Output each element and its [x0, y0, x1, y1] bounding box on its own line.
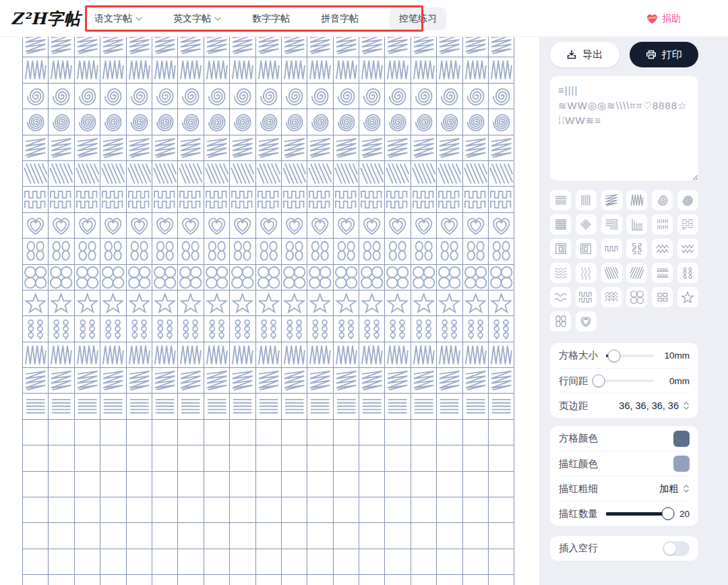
pattern-chevup-button[interactable]: [652, 239, 673, 259]
pattern-loopsv-button[interactable]: [677, 263, 698, 283]
export-button[interactable]: 导出: [550, 42, 619, 67]
pattern-vdashes-button[interactable]: [652, 214, 673, 235]
sheet-cell: [23, 161, 49, 187]
pattern-loopsh-button[interactable]: [652, 263, 673, 283]
insert-blank-toggle[interactable]: [663, 541, 690, 556]
sheet-cell: [127, 420, 152, 445]
pattern-zigzagv-button[interactable]: [626, 190, 647, 210]
pattern-diagfw-button[interactable]: [626, 263, 647, 283]
sheet-cell: [489, 472, 514, 497]
pattern-hwaves-button[interactable]: [550, 263, 571, 283]
cell-size-slider[interactable]: [606, 355, 655, 357]
nav-item-0[interactable]: 语文字帖: [94, 13, 142, 25]
pattern-sqspiral2-icon: [578, 241, 593, 256]
print-button[interactable]: 打印: [630, 42, 699, 67]
trace-color-swatch[interactable]: [673, 456, 690, 472]
pattern-sqspiral2-button[interactable]: [576, 239, 597, 259]
sheet-cell: [359, 37, 385, 57]
sheet-cell: [178, 290, 204, 316]
grid-color-swatch[interactable]: [673, 431, 690, 447]
pattern-sequence-input[interactable]: [550, 76, 698, 181]
sheet-cell: [334, 575, 359, 585]
sheet-cell: [23, 445, 49, 471]
sheet-cell: [437, 135, 462, 161]
pattern-star-icon: [680, 290, 695, 305]
page-margin-stepper[interactable]: [683, 401, 690, 410]
pattern-circles4-button[interactable]: [626, 287, 647, 307]
sheet-cell: [334, 187, 359, 212]
pattern-meander2-button[interactable]: [576, 287, 597, 307]
pattern-diamondgrid-button[interactable]: [576, 214, 597, 235]
app-logo[interactable]: Z²H字帖: [11, 8, 81, 30]
sheet-cell: [359, 445, 385, 471]
pattern-meanderu-icon: [604, 241, 619, 256]
pattern-spiral1-button[interactable]: [652, 190, 673, 210]
pattern-vwaves-button[interactable]: [576, 263, 597, 283]
cell-size-slider-knob[interactable]: [607, 349, 620, 362]
nav-item-3[interactable]: 拼音字帖: [321, 13, 359, 25]
nav-item-2[interactable]: 数字字帖: [252, 13, 290, 25]
sheet-cell: [359, 213, 385, 239]
pattern-squares4-button[interactable]: [652, 287, 673, 307]
sheet-cell: [152, 497, 178, 523]
sheet-cell: [49, 420, 74, 445]
pattern-spiral2-button[interactable]: [677, 190, 698, 210]
pattern-heart-button[interactable]: [576, 311, 597, 332]
pattern-star-button[interactable]: [677, 287, 698, 307]
sheet-cell: [152, 161, 178, 187]
sheet-cell: [178, 342, 204, 368]
pattern-zigzagh-button[interactable]: [601, 190, 622, 210]
pattern-chevdown-button[interactable]: [677, 239, 698, 259]
sheet-cell: [178, 420, 204, 445]
sheet-cell: [230, 109, 255, 135]
trace-weight-stepper[interactable]: [683, 484, 690, 493]
pattern-meanderu-button[interactable]: [601, 239, 622, 259]
row-gap-slider[interactable]: [597, 379, 655, 382]
pattern-cornerspiral-button[interactable]: [601, 214, 622, 235]
sheet-cell: [307, 239, 333, 264]
sheet-cell: [127, 239, 152, 264]
nav-item-4[interactable]: 控笔练习: [390, 7, 446, 30]
pattern-cornerl-button[interactable]: [626, 214, 647, 235]
sheet-cell: [178, 161, 204, 187]
pattern-vlines-button[interactable]: [576, 190, 597, 210]
sheet-cell: [204, 109, 230, 135]
sheet-cell: [178, 472, 204, 497]
sheet-cell: [463, 316, 489, 342]
pattern-scallops-button[interactable]: [601, 287, 622, 307]
sheet-cell: [463, 445, 489, 471]
sheet-cell: [256, 523, 282, 549]
sheet-cell: [359, 135, 385, 161]
sheet-cell: [256, 394, 282, 419]
pattern-hwaves2-button[interactable]: [550, 287, 571, 307]
pattern-sqspiral-button[interactable]: [550, 239, 571, 259]
sheet-cell: [256, 109, 282, 135]
sheet-cell: [282, 290, 307, 316]
sheet-cell: [463, 497, 489, 523]
pattern-fig8-button[interactable]: [550, 311, 571, 332]
pattern-palette: [550, 190, 698, 332]
trace-weight-value: 加粗: [650, 483, 679, 495]
sheet-cell: [359, 84, 385, 109]
trace-count-slider-knob[interactable]: [662, 507, 675, 520]
sheet-cell: [178, 394, 204, 419]
pattern-hdashes-button[interactable]: [677, 214, 698, 235]
row-gap-slider-knob[interactable]: [592, 375, 605, 388]
sheet-cell: [385, 213, 411, 239]
sheet-cell: [437, 445, 462, 471]
sheet-cell: [463, 37, 489, 57]
sheet-cell: [256, 135, 282, 161]
sheet-cell: [489, 187, 514, 212]
trace-count-slider[interactable]: [606, 512, 668, 516]
pattern-hlines-button[interactable]: [550, 190, 571, 210]
sheet-cell: [282, 523, 307, 549]
sheet-cell: [411, 549, 437, 575]
nav-item-1[interactable]: 英文字帖: [173, 13, 221, 25]
donate-link[interactable]: 捐助: [646, 0, 681, 37]
pattern-spairs-button[interactable]: [626, 239, 647, 259]
nav-item-label: 数字字帖: [252, 13, 290, 25]
sheet-cell: [256, 239, 282, 264]
pattern-grid-button[interactable]: [550, 214, 571, 235]
pattern-diagbk-button[interactable]: [601, 263, 622, 283]
sheet-cell: [204, 497, 230, 523]
